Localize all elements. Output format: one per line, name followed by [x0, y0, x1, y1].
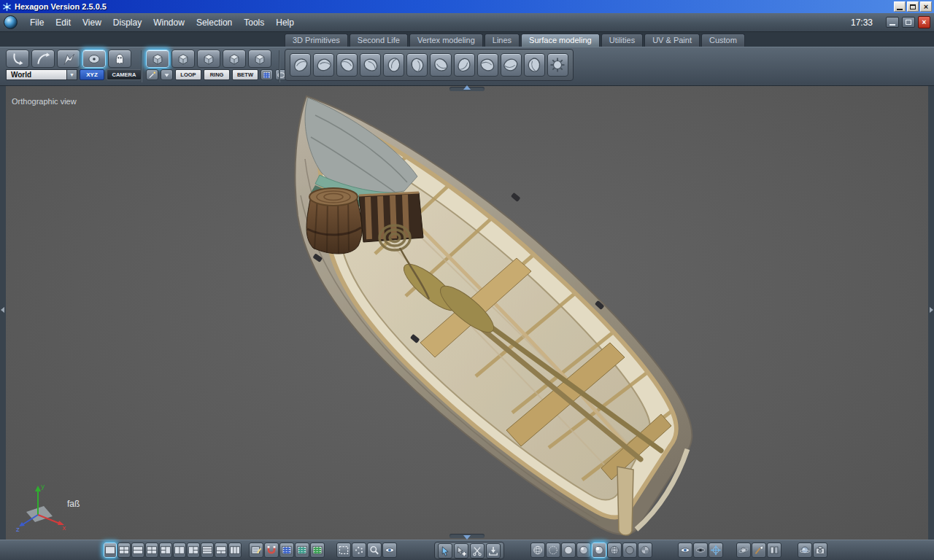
window-titlebar[interactable]: Hexagon Version 2.5.0.5 × [0, 0, 934, 13]
cut-scissors-icon[interactable] [470, 543, 485, 559]
zoom-icon[interactable] [367, 542, 382, 558]
hexagon-app-icon[interactable] [2, 2, 12, 12]
freehand-select-icon[interactable] [6, 50, 29, 68]
select-add-icon[interactable] [454, 543, 468, 559]
manipulator-globe-icon[interactable] [709, 542, 723, 558]
viewport-layout-wide-icon[interactable] [215, 542, 228, 558]
tab-vertex-modeling[interactable]: Vertex modeling [409, 34, 483, 47]
selection-dropdown-icon[interactable] [161, 69, 173, 80]
tab-uv-paint[interactable]: UV & Paint [644, 34, 700, 47]
snap-grid-icon[interactable] [249, 542, 263, 558]
shading-shaded-icon[interactable] [576, 542, 591, 558]
tab-3d-primitives[interactable]: 3D Primitives [285, 34, 348, 47]
pointer-select-icon[interactable] [57, 50, 80, 68]
surface-tool-2-icon[interactable] [313, 53, 334, 77]
surface-tool-1-icon[interactable] [290, 53, 311, 77]
menu-tools[interactable]: Tools [238, 15, 270, 31]
shading-wireframe-icon[interactable] [530, 542, 545, 558]
viewport-layout-grid-icon[interactable] [145, 542, 158, 558]
bottom-splitter-handle[interactable] [449, 534, 485, 538]
viewport-layout-single-icon[interactable] [104, 542, 117, 558]
window-minimize-button[interactable] [894, 1, 906, 12]
shading-flat-icon[interactable] [561, 542, 576, 558]
select-arrow-icon[interactable] [438, 543, 452, 559]
material-sphere-icon[interactable] [736, 542, 751, 558]
top-splitter-handle[interactable] [449, 87, 485, 91]
shading-dark-icon[interactable] [622, 542, 637, 558]
select-all-icon[interactable] [248, 50, 271, 68]
surface-tool-7-icon[interactable] [430, 53, 451, 77]
viewport-layout-left-split-icon[interactable] [159, 542, 172, 558]
camera-space-button[interactable]: CAMERA [107, 69, 142, 80]
tab-utilities[interactable]: Utilities [601, 34, 643, 47]
pan-left-arrow-icon[interactable] [1, 307, 4, 313]
tab-lines[interactable]: Lines [485, 34, 520, 47]
menu-bar: File Edit View Display Window Selection … [0, 13, 934, 32]
surface-tool-6-icon[interactable] [406, 53, 428, 77]
select-edges-icon[interactable] [171, 50, 195, 68]
paint-brush-icon[interactable] [752, 542, 766, 558]
soft-selection-icon[interactable] [82, 50, 106, 68]
viewport-layout-rows-icon[interactable] [201, 542, 214, 558]
window-restore-button[interactable] [907, 1, 919, 12]
tab-custom[interactable]: Custom [701, 34, 745, 47]
menu-file[interactable]: File [24, 15, 50, 31]
tab-second-life[interactable]: Second Life [350, 34, 408, 47]
surface-tool-9-icon[interactable] [477, 53, 498, 77]
shading-textured-icon[interactable] [638, 542, 652, 558]
select-object-icon[interactable] [223, 50, 246, 68]
marquee-select-icon[interactable] [336, 542, 351, 558]
workspace-minimize-button[interactable] [886, 17, 899, 28]
lasso-dots-icon[interactable] [352, 542, 366, 558]
workspace-close-button[interactable]: × [918, 16, 930, 28]
coordinate-space-select[interactable]: World ▼ [6, 69, 77, 80]
surface-tool-3-icon[interactable] [336, 53, 358, 77]
ring-select-button[interactable]: RING [204, 69, 230, 80]
surface-tool-10-icon[interactable] [501, 53, 522, 77]
select-faces-icon[interactable] [197, 50, 220, 68]
tab-surface-modeling[interactable]: Surface modeling [521, 34, 600, 47]
shading-wire-shaded-icon[interactable] [607, 542, 622, 558]
viewport-layout-columns-icon[interactable] [228, 542, 242, 558]
camera-snapshot-icon[interactable] [813, 542, 827, 558]
loop-select-button[interactable]: LOOP [175, 69, 201, 80]
auto-select-wand-icon[interactable] [146, 69, 158, 80]
menu-selection[interactable]: Selection [190, 15, 238, 31]
pan-right-arrow-icon[interactable] [930, 307, 933, 313]
render-sphere-icon[interactable] [798, 542, 812, 558]
grid-table-green-icon[interactable] [310, 542, 325, 558]
drop-tool-icon[interactable] [486, 543, 501, 559]
select-points-icon[interactable] [146, 50, 169, 68]
eye-open-icon[interactable] [678, 542, 692, 558]
surface-symmetry-icon[interactable] [547, 53, 568, 77]
surface-tool-8-icon[interactable] [454, 53, 475, 77]
rotate-view-icon[interactable] [31, 50, 55, 68]
viewport-layout-hsplit-icon[interactable] [131, 542, 144, 558]
menu-display[interactable]: Display [107, 15, 147, 31]
visibility-eye-icon[interactable] [382, 542, 397, 558]
between-select-button[interactable]: BETW [232, 69, 258, 80]
window-close-button[interactable]: × [920, 1, 932, 12]
viewport-layout-right-split-icon[interactable] [187, 542, 200, 558]
shading-smooth-icon[interactable] [592, 542, 606, 558]
surface-tool-11-icon[interactable] [524, 53, 545, 77]
grid-table-mixed-icon[interactable] [295, 542, 309, 558]
menu-window[interactable]: Window [147, 15, 190, 31]
viewport-layout-vsplit-icon[interactable] [173, 542, 186, 558]
menu-view[interactable]: View [77, 15, 107, 31]
panels-icon[interactable] [767, 542, 781, 558]
workspace-maximize-button[interactable] [902, 17, 915, 28]
xyz-axes-button[interactable]: XYZ [80, 69, 104, 80]
menu-help[interactable]: Help [270, 15, 300, 31]
grid-table-blue-icon[interactable] [279, 542, 294, 558]
surface-tool-5-icon[interactable] [383, 53, 404, 77]
shading-dotted-icon[interactable] [546, 542, 560, 558]
ghost-mode-icon[interactable] [108, 50, 131, 68]
grid-select-icon[interactable] [260, 69, 273, 80]
eye-closed-icon[interactable] [693, 542, 708, 558]
menu-edit[interactable]: Edit [50, 15, 77, 31]
viewport-3d[interactable]: Orthographic view y x z faß [6, 86, 928, 540]
magnet-snap-icon[interactable] [264, 542, 279, 558]
viewport-layout-quad-icon[interactable] [117, 542, 131, 558]
surface-tool-4-icon[interactable] [360, 53, 381, 77]
